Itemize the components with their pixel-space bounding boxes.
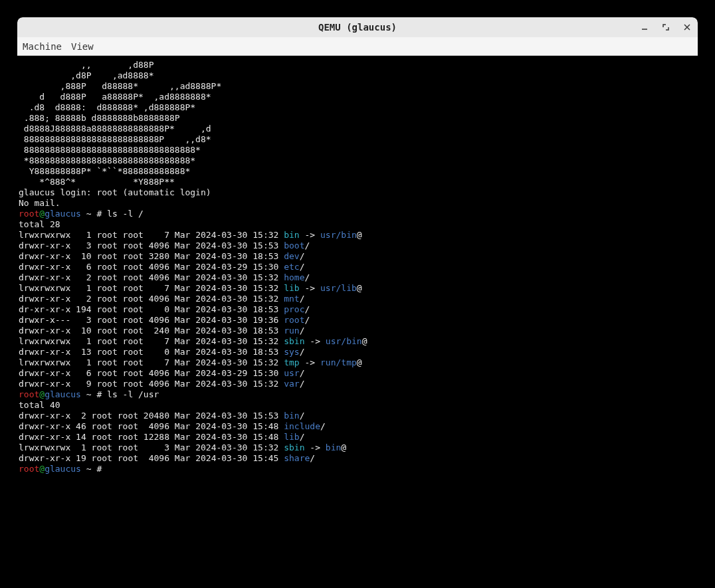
ls-name: mnt	[284, 294, 299, 304]
ls-date: Mar 2024-03-29 15:30	[169, 368, 284, 378]
ascii-art-line: *^888^* *Y888P**	[19, 177, 696, 187]
ls-arrow: ->	[305, 336, 326, 346]
close-button[interactable]	[680, 21, 694, 34]
window-controls	[638, 17, 694, 37]
ls-name: sys	[284, 347, 299, 357]
ascii-art-line: ,d8P ,ad8888*	[19, 70, 696, 81]
ls-row: lrwxrwxrwx 1 root root 7 Mar 2024-03-30 …	[19, 336, 696, 347]
ls-target: run/tmp	[320, 357, 357, 367]
ls-perm: drwxr-xr-x	[19, 379, 70, 389]
ls-owner: root root	[86, 453, 138, 463]
minimize-button[interactable]	[638, 21, 651, 34]
ls-perm: drwxr-xr-x	[19, 453, 70, 463]
ls-date: Mar 2024-03-30 18:53	[169, 347, 284, 357]
ls-perm: drwxr-xr-x	[19, 432, 70, 442]
ascii-art-line: *8888888888888888888888888888888*	[19, 155, 696, 166]
window-title: QEMU (glaucus)	[318, 22, 397, 33]
ls-row: drwxr-xr-x 6 root root 4096 Mar 2024-03-…	[19, 262, 696, 272]
ls-owner: root root	[92, 230, 144, 240]
ls-owner: root root	[92, 379, 144, 389]
ls-row: dr-xr-xr-x 194 root root 0 Mar 2024-03-3…	[19, 304, 696, 315]
ls-row: drwxr-xr-x 2 root root 4096 Mar 2024-03-…	[19, 272, 696, 283]
ls-suffix: /	[300, 347, 305, 357]
ls-name: include	[284, 421, 320, 431]
prompt-host: glaucus	[45, 464, 81, 474]
ls-target: usr/bin	[326, 336, 362, 346]
ls-date: Mar 2024-03-30 15:32	[169, 357, 284, 367]
ls-size: 3	[138, 442, 169, 452]
terminal-line: root@glaucus ~ # ls -l /usr	[19, 389, 696, 400]
ascii-art-text: d8888J888888a88888888888888P* ,d	[19, 124, 211, 134]
ls-suffix: /	[305, 241, 310, 250]
ls-perm: drwxr-xr-x	[19, 421, 70, 431]
ls-owner: root root	[92, 283, 144, 293]
ls-name: bin	[284, 411, 299, 421]
ls-row: drwxr-xr-x 19 root root 4096 Mar 2024-03…	[19, 453, 696, 464]
ls-suffix: @	[362, 336, 367, 346]
ascii-art-text: d d888P a88888P* ,ad8888888*	[19, 92, 211, 102]
ls-links: 2	[70, 272, 91, 282]
ls-size: 7	[144, 357, 169, 367]
ascii-art-line: ,, ,d88P	[19, 60, 696, 70]
ls-owner: root root	[92, 326, 144, 336]
ascii-art-text: *^888^* *Y888P**	[19, 177, 175, 187]
ls-perm: drwxr-xr-x	[19, 262, 70, 272]
ascii-art-text: .888; 88888b d8888888b8888888P	[19, 113, 180, 123]
ls-size: 4096	[144, 368, 169, 378]
ls-name: lib	[284, 283, 299, 293]
mail-line: No mail.	[19, 198, 696, 209]
ls-date: Mar 2024-03-30 15:32	[169, 442, 284, 452]
ls-suffix: /	[300, 262, 305, 272]
ls-row: drwxr-xr-x 46 root root 4096 Mar 2024-03…	[19, 421, 696, 432]
ls-suffix: @	[341, 442, 346, 452]
ls-perm: lrwxrwxrwx	[19, 357, 70, 367]
ls-owner: root root	[86, 442, 138, 452]
ls-size: 12288	[138, 432, 169, 442]
ls-target: usr/lib	[320, 283, 357, 293]
ls-links: 46	[70, 421, 86, 431]
ls-size: 4096	[144, 294, 169, 304]
ascii-art-text: ,888P d88888* ,,ad8888P*	[19, 81, 221, 91]
ls-arrow: ->	[300, 230, 320, 240]
terminal-viewport[interactable]: ,, ,d88P ,d8P ,ad8888* ,888P d88888* ,,a…	[17, 56, 698, 585]
ls-owner: root root	[92, 241, 144, 250]
ls-total: total 28	[19, 219, 60, 229]
ls-name: etc	[284, 262, 299, 272]
ls-owner: root root	[92, 262, 144, 272]
ls-perm: drwxr-xr-x	[19, 251, 70, 261]
ls-name: home	[284, 272, 304, 282]
ascii-art-line: ,888P d88888* ,,ad8888P*	[19, 81, 696, 92]
ls-name: run	[284, 326, 299, 336]
ascii-art-text: ,d8P ,ad8888*	[19, 70, 154, 80]
ls-header: total 40	[19, 400, 696, 411]
prompt-user: root	[19, 209, 39, 219]
ls-links: 1	[70, 283, 91, 293]
ls-name: proc	[284, 304, 304, 314]
ls-perm: drwxr-xr-x	[19, 272, 70, 282]
ls-name: var	[284, 379, 299, 389]
maximize-icon	[662, 23, 670, 31]
ls-size: 7	[144, 336, 169, 346]
ls-size: 4096	[144, 315, 169, 325]
ls-date: Mar 2024-03-30 15:32	[169, 272, 284, 282]
prompt-at: @	[39, 209, 45, 219]
prompt-user: root	[19, 464, 39, 474]
ascii-art-text: Y888888888P* `*``*888888888888*	[19, 166, 190, 176]
ls-links: 2	[70, 411, 86, 421]
maximize-button[interactable]	[659, 21, 672, 34]
ls-header: total 28	[19, 219, 696, 230]
ls-date: Mar 2024-03-30 15:32	[169, 294, 284, 304]
menu-view[interactable]: View	[71, 41, 94, 52]
titlebar[interactable]: QEMU (glaucus)	[17, 17, 698, 37]
ls-size: 4096	[144, 241, 169, 250]
ls-total: total 40	[19, 400, 60, 410]
menu-machine[interactable]: Machine	[23, 41, 62, 52]
ls-suffix: /	[305, 315, 310, 325]
ls-name: dev	[284, 251, 299, 261]
ls-perm: drwxr-xr-x	[19, 294, 70, 304]
ls-links: 1	[70, 357, 91, 367]
ls-suffix: @	[357, 357, 362, 367]
ls-name: sbin	[284, 442, 304, 452]
ascii-art-line: 888888888888888888888888888888888*	[19, 145, 696, 155]
ls-perm: lrwxrwxrwx	[19, 283, 70, 293]
